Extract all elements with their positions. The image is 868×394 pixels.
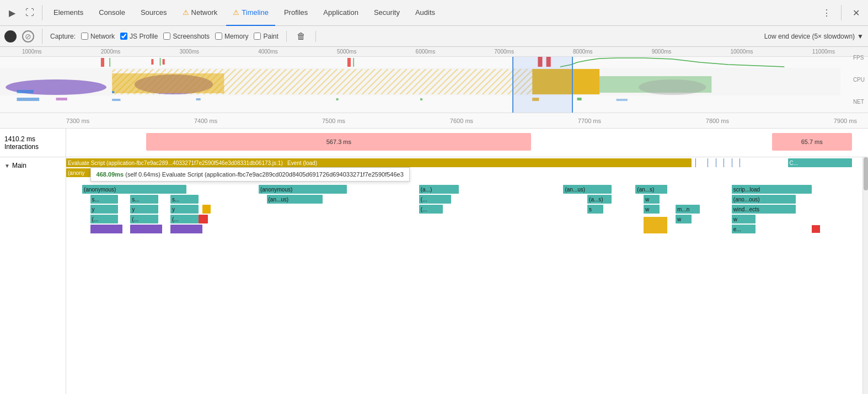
- interaction-bar-1[interactable]: 567.3 ms: [146, 133, 531, 151]
- network-warn-icon: ⚠: [183, 8, 189, 17]
- capture-divider-3: [315, 31, 316, 42]
- flame-bar-windects-4[interactable]: wind...ects: [732, 205, 796, 214]
- flame-bar-y2[interactable]: y: [130, 205, 158, 214]
- tab-console[interactable]: Console: [92, 0, 132, 26]
- net-label: NET: [853, 99, 865, 105]
- scrollbar-thumb[interactable]: [864, 157, 868, 190]
- flame-bar-mn-4[interactable]: m...n: [676, 205, 700, 214]
- flame-bar-as-3[interactable]: (a...s): [587, 195, 612, 204]
- screenshots-checkbox-item[interactable]: Screenshots: [163, 33, 210, 40]
- tab-sources[interactable]: Sources: [134, 0, 174, 26]
- cursor-icon[interactable]: ▶: [4, 5, 20, 20]
- clear-button[interactable]: 🗑: [297, 31, 306, 41]
- flame-bar-anon-2e[interactable]: (an...s): [635, 185, 667, 194]
- js-profile-checkbox[interactable]: [120, 33, 127, 40]
- flame-bar-dots-4[interactable]: (...: [419, 205, 443, 214]
- capture-label: Capture:: [50, 33, 76, 40]
- flame-purple-1[interactable]: [90, 225, 122, 233]
- tab-profiles[interactable]: Profiles: [277, 0, 314, 26]
- interactions-label: 1410.2 ms Interactions: [0, 129, 66, 157]
- stop-button[interactable]: [22, 30, 34, 42]
- svg-rect-2: [151, 59, 153, 65]
- flame-bar-w-3[interactable]: w: [644, 195, 660, 204]
- flame-bar-anon-2a[interactable]: (anonymous): [82, 185, 186, 194]
- toolbar-more: ⋮ ✕: [819, 5, 864, 20]
- interaction-bar-1-label: 567.3 ms: [326, 139, 351, 145]
- flame-bar-scrip-load[interactable]: scrip...load: [732, 185, 812, 194]
- slowdown-label: Low end device (5× slowdown): [764, 33, 855, 40]
- paint-checkbox-label: Paint: [263, 33, 278, 40]
- flame-bar-s3[interactable]: s...: [170, 195, 199, 204]
- collapse-icon[interactable]: ▼: [4, 163, 10, 169]
- tab-application[interactable]: Application: [317, 0, 365, 26]
- tab-elements[interactable]: Elements: [47, 0, 90, 26]
- flame-bar-e-6[interactable]: e...: [732, 225, 756, 233]
- flame-bar-s1[interactable]: s...: [90, 195, 119, 204]
- flame-bar-anon-1[interactable]: (anony: [66, 168, 90, 177]
- slowdown-dropdown[interactable]: Low end device (5× slowdown) ▼: [764, 33, 864, 40]
- cpu-label: CPU: [853, 77, 865, 83]
- flame-row-2: (anonymous) (anonymous) (a...) (an...us)…: [66, 185, 868, 195]
- network-checkbox-label: Network: [90, 33, 115, 40]
- flame-bar-y3[interactable]: y: [170, 205, 199, 214]
- flame-bar-anon-2d[interactable]: (an...us): [563, 185, 611, 194]
- memory-checkbox[interactable]: [215, 33, 222, 40]
- device-icon[interactable]: ⛶: [22, 5, 37, 20]
- screenshots-checkbox[interactable]: [163, 33, 170, 40]
- detail-ruler: 7300 ms 7400 ms 7500 ms 7600 ms 7700 ms …: [0, 113, 868, 129]
- timeline-selection[interactable]: [512, 57, 573, 113]
- tab-security[interactable]: Security: [367, 0, 406, 26]
- flame-bar-s-4[interactable]: s: [587, 205, 603, 214]
- paint-checkbox-item[interactable]: Paint: [254, 33, 278, 40]
- flame-purple-3[interactable]: [170, 225, 202, 233]
- svg-rect-24: [112, 99, 120, 101]
- flame-bar-anon-2c[interactable]: (a...): [419, 185, 459, 194]
- flame-bar-color-4a[interactable]: [202, 205, 211, 214]
- more-icon[interactable]: ⋮: [819, 5, 834, 20]
- svg-rect-7: [109, 58, 110, 67]
- timeline-warn-icon: ⚠: [233, 8, 239, 17]
- flame-bar-w-4[interactable]: w: [644, 205, 660, 214]
- main-section: ▼ Main Evaluate Script (application-fbc7…: [0, 157, 868, 394]
- flame-bar-anon-2b[interactable]: (anonymous): [259, 185, 347, 194]
- overview-chart[interactable]: [0, 57, 840, 113]
- svg-rect-4: [347, 58, 351, 67]
- tab-audits[interactable]: Audits: [409, 0, 442, 26]
- vertical-scrollbar[interactable]: [862, 157, 868, 394]
- flame-row-3: s... s... s... (an...us) (... (a...s) w …: [66, 195, 868, 205]
- flame-bar-dots-3[interactable]: (...: [419, 195, 451, 204]
- interaction-bar-2[interactable]: 65.7 ms: [772, 133, 852, 151]
- close-icon[interactable]: ✕: [848, 5, 864, 20]
- ruler-marks: 1000ms 2000ms 3000ms 4000ms 5000ms 6000m…: [0, 49, 868, 55]
- flame-bar-c[interactable]: C...: [788, 158, 852, 167]
- memory-checkbox-item[interactable]: Memory: [215, 33, 248, 40]
- tab-network[interactable]: ⚠ Network: [176, 0, 224, 26]
- main-title-text: Main: [12, 162, 26, 169]
- record-button[interactable]: [4, 30, 17, 42]
- svg-rect-20: [112, 91, 114, 93]
- flame-bar-w2-5[interactable]: w: [732, 215, 756, 223]
- js-profile-checkbox-item[interactable]: JS Profile: [120, 33, 158, 40]
- flame-purple-2[interactable]: [130, 225, 162, 233]
- interactions-content[interactable]: 567.3 ms 65.7 ms: [66, 129, 868, 157]
- flame-bar-evaluate-script[interactable]: Evaluate Script (application-fbc7e9ac289…: [66, 158, 692, 167]
- svg-rect-19: [17, 90, 33, 93]
- flame-bar-dots-5c[interactable]: (...: [170, 215, 199, 223]
- paint-checkbox[interactable]: [254, 33, 261, 40]
- detail-ruler-marks: 7300 ms 7400 ms 7500 ms 7600 ms 7700 ms …: [66, 118, 868, 124]
- flame-bar-anus-3[interactable]: (an...us): [267, 195, 323, 204]
- flame-bar-w-5[interactable]: w: [676, 215, 692, 223]
- tab-timeline[interactable]: ⚠ Timeline: [226, 0, 275, 26]
- flame-bar-red-5[interactable]: [199, 215, 208, 223]
- flame-bar-y1[interactable]: y: [90, 205, 119, 214]
- svg-rect-22: [17, 98, 39, 101]
- flame-bar-s2[interactable]: s...: [130, 195, 158, 204]
- capture-bar: Capture: Network JS Profile Screenshots …: [0, 26, 868, 47]
- flame-bar-dots-5a[interactable]: (...: [90, 215, 119, 223]
- flame-bar-dots-5b[interactable]: (...: [130, 215, 158, 223]
- flame-chart[interactable]: Evaluate Script (application-fbc7e9ac289…: [66, 157, 868, 394]
- flame-bar-anoous-3[interactable]: (ano...ous): [732, 195, 796, 204]
- network-checkbox[interactable]: [81, 33, 88, 40]
- network-checkbox-item[interactable]: Network: [81, 33, 115, 40]
- dropdown-arrow-icon: ▼: [857, 33, 864, 40]
